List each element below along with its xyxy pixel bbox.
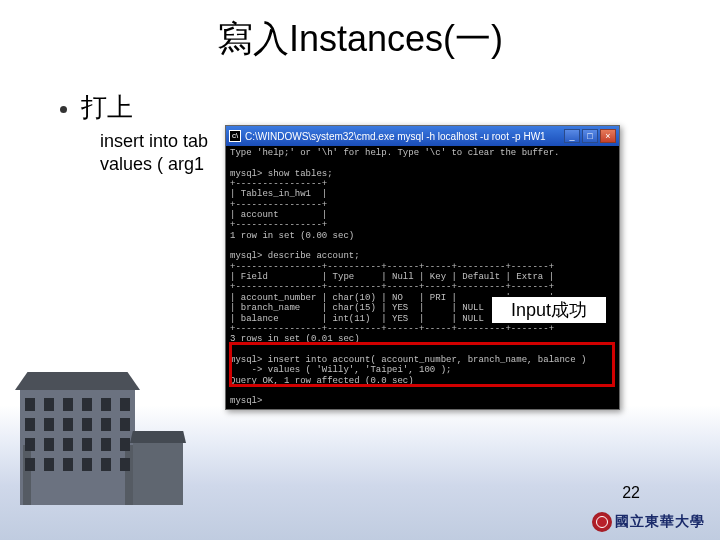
close-button[interactable]: × [600, 129, 616, 143]
window-title-text: C:\WINDOWS\system32\cmd.exe mysql -h loc… [245, 131, 562, 142]
terminal-output: Type 'help;' or '\h' for help. Type '\c'… [226, 146, 619, 409]
bullet-text: 打上 [81, 92, 133, 122]
maximize-button[interactable]: □ [582, 129, 598, 143]
input-success-callout: Input成功 [490, 295, 608, 325]
code-line-1: insert into tab [100, 130, 208, 153]
university-name: 國立東華大學 [615, 513, 705, 531]
page-number: 22 [622, 484, 640, 502]
logo-badge-icon [592, 512, 612, 532]
bullet-item: 打上 [60, 90, 133, 125]
minimize-button[interactable]: _ [564, 129, 580, 143]
code-snippet: insert into tab values ( arg1 [100, 130, 208, 177]
window-titlebar: c\ C:\WINDOWS\system32\cmd.exe mysql -h … [226, 126, 619, 146]
bullet-dot-icon [60, 106, 67, 113]
code-line-2: values ( arg1 [100, 153, 208, 176]
university-logo: 國立東華大學 [592, 512, 705, 532]
slide-title: 寫入Instances(一) [0, 15, 720, 64]
building-illustration [0, 360, 185, 505]
command-prompt-window: c\ C:\WINDOWS\system32\cmd.exe mysql -h … [225, 125, 620, 410]
cmd-icon: c\ [229, 130, 241, 142]
